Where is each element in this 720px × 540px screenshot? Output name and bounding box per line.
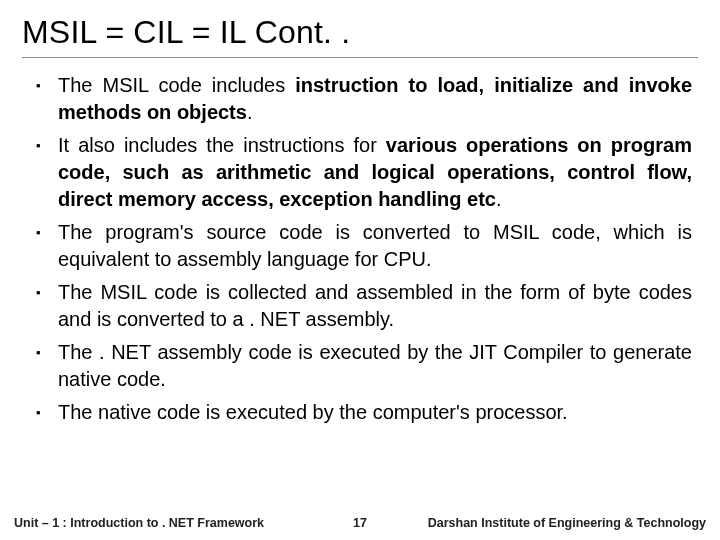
bullet-text: The MSIL code is collected and assembled…: [58, 279, 692, 333]
bullet-text: The program's source code is converted t…: [58, 219, 692, 273]
bullet-text: The MSIL code includes instruction to lo…: [58, 72, 692, 126]
footer-right: Darshan Institute of Engineering & Techn…: [428, 516, 706, 530]
list-item: ▪ The MSIL code includes instruction to …: [36, 72, 692, 126]
footer: Unit – 1 : Introduction to . NET Framewo…: [0, 516, 720, 540]
bullet-text: The . NET assembly code is executed by t…: [58, 339, 692, 393]
text-segment: The program's source code is converted t…: [58, 221, 692, 270]
bullet-icon: ▪: [36, 72, 58, 99]
bullet-text: It also includes the instructions for va…: [58, 132, 692, 213]
list-item: ▪ It also includes the instructions for …: [36, 132, 692, 213]
slide-title: MSIL = CIL = IL Cont. .: [22, 14, 698, 58]
text-segment: The MSIL code is collected and assembled…: [58, 281, 692, 330]
bullet-icon: ▪: [36, 399, 58, 426]
text-segment: .: [496, 188, 502, 210]
bullet-text: The native code is executed by the compu…: [58, 399, 692, 426]
bullet-list: ▪ The MSIL code includes instruction to …: [22, 72, 698, 426]
text-segment: It also includes the instructions for: [58, 134, 386, 156]
bullet-icon: ▪: [36, 132, 58, 159]
bullet-icon: ▪: [36, 219, 58, 246]
text-segment: The MSIL code includes: [58, 74, 295, 96]
list-item: ▪ The MSIL code is collected and assembl…: [36, 279, 692, 333]
bullet-icon: ▪: [36, 279, 58, 306]
bullet-icon: ▪: [36, 339, 58, 366]
slide: MSIL = CIL = IL Cont. . ▪ The MSIL code …: [0, 0, 720, 540]
text-segment: The native code is executed by the compu…: [58, 401, 568, 423]
text-segment: The . NET assembly code is executed by t…: [58, 341, 692, 390]
list-item: ▪ The program's source code is converted…: [36, 219, 692, 273]
list-item: ▪ The native code is executed by the com…: [36, 399, 692, 426]
footer-left: Unit – 1 : Introduction to . NET Framewo…: [14, 516, 264, 530]
list-item: ▪ The . NET assembly code is executed by…: [36, 339, 692, 393]
page-number: 17: [353, 516, 367, 530]
text-segment: .: [247, 101, 253, 123]
